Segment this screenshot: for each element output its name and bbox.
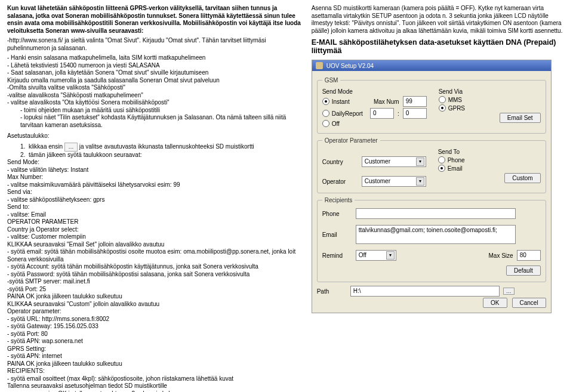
maxnum-h: Max Number: [7,174,302,181]
radio-off[interactable]: Off [322,120,340,127]
email-2: - syötä Account: syötä tähän mobiilisähk… [7,263,302,271]
op-4: - syötä APN: wap.sonera.net [7,338,302,345]
sendmode-label: Send Mode [322,88,427,95]
remind-label: Remind [322,252,352,259]
radio-phone[interactable]: Phone [438,156,465,163]
sendvia-label: Send Via [439,88,541,95]
email-1: - syötä email: syötä tähän mobiilisähköp… [7,248,302,263]
maxnum-input[interactable]: 99 [403,96,427,107]
email-5: -syötä Port: 25 [7,286,302,294]
country-select[interactable]: Customer▾ [362,156,426,167]
fs-recipients-legend: Recipients [322,197,355,203]
opparam-h: OPERATOR PARAMETER [7,218,302,226]
email-3: - syötä Password: syötä tähän mobiilisäh… [7,271,302,279]
b8: - toimi ohjeiden mukaan ja määritä uusi … [7,107,302,115]
app-icon [316,62,323,69]
country-label: Country [322,159,358,165]
right-heading: E-MAIL sähköpostilähetyksen data-asetuks… [312,38,566,55]
b3: - Saat salasanan, jolla käytetään Sonera… [7,69,302,77]
maxnum-label: Max Num [374,98,399,105]
chevron-down-icon: ▾ [416,158,424,166]
radio-email[interactable]: Email [438,165,463,172]
b5: -Omilta sivuilta valitse valikosta "Sähk… [7,84,302,92]
custom-button[interactable]: Custom [504,173,540,183]
sendto-h: Send to: [7,203,302,211]
daily-h[interactable]: 0 [370,108,394,119]
sendto-label: Send To [438,149,541,155]
default-button[interactable]: Default [506,266,541,276]
recip-1: - syötä email osoitteet (max 4kpl): sähk… [7,375,302,383]
fs-operator: Operator Parameter Country Customer▾ Ope… [317,137,546,193]
radio-daily[interactable]: DailyReport [322,110,363,117]
operator-label: Operator [322,178,358,185]
paina-1: PAINA OK jonka jälkeen taulukko sulkeutu… [7,293,302,301]
fs-gsm-legend: GSM [322,77,341,84]
gprs-h: GPRS Setting: [7,345,302,353]
opparam-hdr: Operator parameter: [7,308,302,316]
paina-2: PAINA OK jonka jälkeen taulukko sulkeutu… [7,360,302,368]
colon: : [398,110,399,117]
right-intro: Asenna SD muistikortti kameraan (kamera … [312,5,566,35]
step2: 2. tämän jälkeen syötä taulukkoon seuraa… [7,152,302,159]
sendto-1: - valitse: Email [7,211,302,219]
chevron-down-icon: ▾ [416,177,424,186]
window-titlebar: UOV Setup V2.04 [312,60,551,71]
b7: - valitse alavalikosta "Ota käyttöösi So… [7,99,302,107]
gprs-1: - syötä APN: internet [7,353,302,360]
b4: Kirjaudu omalla numerolla ja saadulla sa… [7,77,302,85]
operator-select[interactable]: Customer▾ [362,176,426,187]
sendmode-1: - valitse välitön lähetys: Instant [7,166,302,174]
asetus: Asetustaulukko: [7,132,302,140]
remind-select[interactable]: Off▾ [356,250,396,261]
phone-input[interactable] [356,208,516,219]
radio-gprs[interactable]: GPRS [439,104,465,112]
uov-window: UOV Setup V2.04 GSM Send Mode Instant Ma… [312,60,552,313]
browse-icon: … [64,143,78,152]
ta: a. paina OK ja tallennus tapahtuu n. 2 s… [7,390,302,393]
klikkaa-2: KLIKKAA seuraavaksi "Custom" jolloin ala… [7,301,302,308]
b6: -valitse alavalikosta "Sähköposti matkap… [7,92,302,100]
tall: Tallenna seuraavaksi asetusohjelman tied… [7,382,302,390]
maxnum-1: - valitse maksimikuvamäärä päivittäiseks… [7,181,302,189]
window-title: UOV Setup V2.04 [326,63,374,69]
fs-operator-legend: Operator Parameter [322,137,380,144]
recip-h: RECIPIENTS: [7,368,302,375]
op-1: - syötä URL: http://mms.sonera.fi:8002 [7,316,302,323]
intro-line: -http://www.sonera.fi/ ja sieltä valinta… [7,37,302,52]
radio-instant[interactable]: Instant [322,98,350,105]
b1: - Hanki ensin salasana matkapuhelimella,… [7,54,302,62]
klikkaa-1: KLIKKAA seuraavaksi "Email Set" jolloin … [7,241,302,249]
b2: - Lähetä tekstiviesti 15400 numeroon ja … [7,62,302,70]
daily-m[interactable]: 0 [403,108,427,119]
intro-bold: Kun kuvat lähetetään sähköpostin liittee… [7,5,302,35]
sendvia-h: Send via: [7,189,302,196]
fs-recipients: Recipients Phone Email ttalvikunnas@gmai… [317,197,546,282]
step1: 1. klikkaa ensin … ja valitse avautuvast… [7,143,302,152]
browse-button[interactable]: … [503,288,515,295]
sendvia-1: - valitse sähköpostilähetykseen: gprs [7,196,302,204]
phone-label: Phone [322,211,352,217]
maxsize-input[interactable]: 80 [517,250,541,261]
op-3: - syötä Port: 80 [7,331,302,338]
email-4: -syötä SMTP server: mail.inet.fi [7,278,302,286]
sendmode-h: Send Mode: [7,159,302,166]
maxsize-label: Max Size [489,252,513,259]
cancel-button[interactable]: Cancel [512,298,546,308]
path-label: Path [317,288,347,295]
opparam-2: - valitse: Customer molempiin [7,233,302,241]
email-label: Email [322,232,352,238]
b9: - lopuksi näet "Tilin asetukset" kohdast… [7,114,302,129]
ok-button[interactable]: OK [483,298,507,308]
email-input[interactable]: ttalvikunnas@gmail.com; toinen.osoite@om… [356,225,516,244]
radio-mms[interactable]: MMS [439,96,462,103]
emailset-button[interactable]: Email Set [500,113,541,123]
opparam-1: Country ja Operator select: [7,226,302,234]
path-input[interactable]: H:\ [350,286,500,297]
fs-gsm: GSM Send Mode Instant Max Num 99 Da [317,77,546,134]
chevron-down-icon: ▾ [386,251,395,260]
op-2: - syötä Gateway: 195.156.025.033 [7,323,302,331]
